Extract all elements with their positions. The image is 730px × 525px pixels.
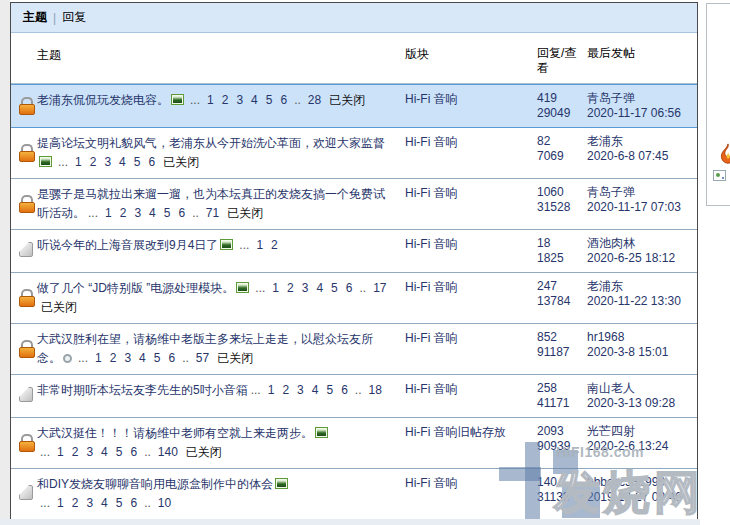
page-link[interactable]: 5 bbox=[134, 155, 141, 169]
thread-row[interactable]: 听说今年的上海音展改到9月4日了...12 Hi-Fi 音响 18 1825 酒… bbox=[11, 230, 697, 273]
thread-title-link[interactable]: 非常时期听本坛坛友李先生的5吋小音箱 bbox=[37, 383, 248, 397]
page-link[interactable]: 3 bbox=[134, 206, 141, 220]
tab-threads[interactable]: 主题 bbox=[23, 9, 47, 26]
thread-title-link[interactable]: 大武汉挺住！！！请杨维中老师有空就上来走两步。 bbox=[37, 426, 313, 440]
page-link[interactable]: 5 bbox=[266, 93, 273, 107]
last-poster-link[interactable]: 酒池肉林 bbox=[587, 236, 635, 250]
page-link[interactable]: 5 bbox=[116, 496, 123, 510]
last-poster-link[interactable]: 光芒四射 bbox=[587, 424, 635, 438]
page-link[interactable]: 2 bbox=[72, 496, 79, 510]
page-link[interactable]: 4 bbox=[101, 496, 108, 510]
page-link[interactable]: 6 bbox=[280, 93, 287, 107]
page-link[interactable]: 17 bbox=[373, 281, 386, 295]
page-link[interactable]: 71 bbox=[206, 206, 219, 220]
page-link[interactable]: 5 bbox=[154, 351, 161, 365]
page-link[interactable]: 6 bbox=[346, 281, 353, 295]
page-link[interactable]: 140 bbox=[158, 445, 178, 459]
thread-title-link[interactable]: 老浦东侃侃玩发烧电容。 bbox=[37, 93, 169, 107]
page-link[interactable]: 10 bbox=[158, 496, 171, 510]
page-link[interactable]: 3 bbox=[104, 155, 111, 169]
page-link[interactable]: 2 bbox=[287, 281, 294, 295]
forum-link[interactable]: Hi-Fi 音响 bbox=[405, 237, 458, 251]
forum-link[interactable]: Hi-Fi 音响 bbox=[405, 476, 458, 490]
page-link[interactable]: 1 bbox=[256, 238, 263, 252]
thread-title-link[interactable]: 做了几个 “JD特别版 ”电源处理模块。 bbox=[37, 281, 234, 295]
forum-cell: Hi-Fi 音响 bbox=[405, 330, 537, 346]
page-link[interactable]: 4 bbox=[119, 155, 126, 169]
last-post-date: 2020-3-13 09:28 bbox=[587, 396, 693, 411]
thread-row[interactable]: 做了几个 “JD特别版 ”电源处理模块。...123456..17已关闭 Hi-… bbox=[11, 273, 697, 324]
thread-row[interactable]: 非常时期听本坛坛友李先生的5吋小音箱...123456..18 Hi-Fi 音响… bbox=[11, 375, 697, 418]
page-link[interactable]: 2 bbox=[222, 93, 229, 107]
last-poster-link[interactable]: 青岛子弹 bbox=[587, 91, 635, 105]
forum-link[interactable]: Hi-Fi 音响 bbox=[405, 331, 458, 345]
replies-views-cell: 82 7069 bbox=[537, 134, 587, 164]
page-link[interactable]: 6 bbox=[130, 445, 137, 459]
page-link[interactable]: 5 bbox=[331, 281, 338, 295]
page-link[interactable]: 6 bbox=[178, 206, 185, 220]
page-link[interactable]: 28 bbox=[308, 93, 321, 107]
image-attachment-icon bbox=[275, 478, 288, 489]
page-link[interactable]: 4 bbox=[149, 206, 156, 220]
page-link[interactable]: 3 bbox=[86, 445, 93, 459]
forum-link[interactable]: Hi-Fi 音响旧帖存放 bbox=[405, 425, 506, 439]
page-link[interactable]: 1 bbox=[272, 281, 279, 295]
page-link[interactable]: 3 bbox=[236, 93, 243, 107]
page-link[interactable]: 4 bbox=[139, 351, 146, 365]
thread-row[interactable]: 大武汉胜利在望，请杨维中老版主多来坛上走走，以慰众坛友所念。...123456.… bbox=[11, 324, 697, 375]
page-link[interactable]: 1 bbox=[57, 445, 64, 459]
page-link[interactable]: 4 bbox=[101, 445, 108, 459]
page-link[interactable]: 3 bbox=[124, 351, 131, 365]
page-link[interactable]: 1 bbox=[95, 351, 102, 365]
lock-icon bbox=[19, 340, 33, 356]
page-link[interactable]: 1 bbox=[105, 206, 112, 220]
page-link[interactable]: 4 bbox=[316, 281, 323, 295]
forum-link[interactable]: Hi-Fi 音响 bbox=[405, 92, 458, 106]
thread-title-link[interactable]: 提高论坛文明礼貌风气，老浦东从今开始洗心革面，欢迎大家监督 bbox=[37, 136, 385, 150]
thread-subject-cell: 大武汉胜利在望，请杨维中老版主多来坛上走走，以慰众坛友所念。...123456.… bbox=[37, 330, 405, 368]
page-link[interactable]: 3 bbox=[302, 281, 309, 295]
page-link[interactable]: 6 bbox=[148, 155, 155, 169]
page-link[interactable]: 57 bbox=[196, 351, 209, 365]
page-link[interactable]: 2 bbox=[72, 445, 79, 459]
page-link[interactable]: 1 bbox=[57, 496, 64, 510]
page-link[interactable]: 5 bbox=[326, 383, 333, 397]
page-link[interactable]: 2 bbox=[110, 351, 117, 365]
page-link[interactable]: 6 bbox=[130, 496, 137, 510]
thread-title-link[interactable]: 听说今年的上海音展改到9月4日了 bbox=[37, 238, 218, 252]
page-link[interactable]: 6 bbox=[341, 383, 348, 397]
thread-row[interactable]: 提高论坛文明礼貌风气，老浦东从今开始洗心革面，欢迎大家监督...123456已关… bbox=[11, 128, 697, 179]
page-link[interactable]: 2 bbox=[271, 238, 278, 252]
last-poster-link[interactable]: 老浦东 bbox=[587, 134, 623, 148]
last-poster-link[interactable]: 南山老人 bbox=[587, 381, 635, 395]
last-poster-link[interactable]: 老浦东 bbox=[587, 279, 623, 293]
forum-link[interactable]: Hi-Fi 音响 bbox=[405, 186, 458, 200]
page-link[interactable]: 4 bbox=[312, 383, 319, 397]
thread-row[interactable]: 大武汉挺住！！！请杨维中老师有空就上来走两步。...123456..140已关闭… bbox=[11, 418, 697, 469]
page-link[interactable]: 18 bbox=[369, 383, 382, 397]
page-link[interactable]: 3 bbox=[297, 383, 304, 397]
page-link[interactable]: 6 bbox=[168, 351, 175, 365]
thread-title-link[interactable]: 和DIY发烧友聊聊音响用电源盒制作中的体会 bbox=[37, 477, 273, 491]
forum-link[interactable]: Hi-Fi 音响 bbox=[405, 382, 458, 396]
forum-link[interactable]: Hi-Fi 音响 bbox=[405, 135, 458, 149]
thread-row[interactable]: 和DIY发烧友聊聊音响用电源盒制作中的体会...123456..10 Hi-Fi… bbox=[11, 469, 697, 520]
forum-link[interactable]: Hi-Fi 音响 bbox=[405, 280, 458, 294]
tab-replies[interactable]: 回复 bbox=[62, 9, 86, 26]
last-poster-link[interactable]: hr1968 bbox=[587, 330, 624, 344]
page-link[interactable]: 4 bbox=[251, 93, 258, 107]
page-link[interactable]: 1 bbox=[207, 93, 214, 107]
page-link[interactable]: 5 bbox=[164, 206, 171, 220]
thread-row[interactable]: 老浦东侃侃玩发烧电容。...123456..28已关闭 Hi-Fi 音响 419… bbox=[11, 84, 697, 128]
page-link[interactable]: 5 bbox=[116, 445, 123, 459]
page-link[interactable]: 2 bbox=[282, 383, 289, 397]
page-link[interactable]: 2 bbox=[120, 206, 127, 220]
thread-row[interactable]: 是骡子是马就拉出来遛一遛，也为本坛真正的发烧友搞一个免费试听活动。...1234… bbox=[11, 179, 697, 230]
page-link[interactable]: 1 bbox=[268, 383, 275, 397]
last-poster-link[interactable]: bbbccc333999 bbox=[587, 475, 665, 489]
last-poster-link[interactable]: 青岛子弹 bbox=[587, 185, 635, 199]
bottom-strip bbox=[0, 519, 700, 525]
page-link[interactable]: 1 bbox=[75, 155, 82, 169]
page-link[interactable]: 3 bbox=[86, 496, 93, 510]
page-link[interactable]: 2 bbox=[90, 155, 97, 169]
